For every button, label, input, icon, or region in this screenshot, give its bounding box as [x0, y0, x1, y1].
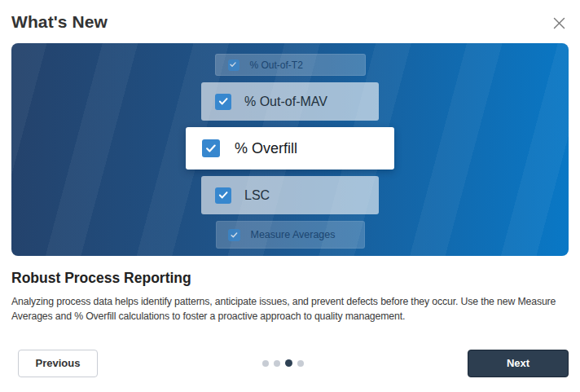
dialog-title: What's New: [11, 12, 108, 32]
pagination-dot[interactable]: [285, 359, 292, 367]
whats-new-dialog: What's New % Out-of-T2% Out-of-MAV% Over…: [0, 0, 580, 392]
pagination-dot[interactable]: [274, 360, 280, 367]
checklist-item-label: Measure Averages: [251, 229, 336, 240]
checklist-item-overfill: % Overfill: [186, 127, 394, 170]
pagination-dot[interactable]: [297, 360, 304, 367]
previous-button[interactable]: Previous: [18, 350, 98, 377]
feature-heading: Robust Process Reporting: [11, 270, 569, 287]
hero-illustration: % Out-of-T2% Out-of-MAV% OverfillLSCMeas…: [11, 43, 569, 256]
checklist-item-label: LSC: [244, 188, 270, 203]
checklist-item-measure-averages: Measure Averages: [216, 221, 365, 249]
checkbox-checked-icon: [228, 59, 239, 71]
checkbox-checked-icon: [215, 94, 231, 110]
checklist-item-label: % Out-of-MAV: [244, 95, 327, 109]
checklist-item-out-of-t2: % Out-of-T2: [215, 54, 366, 76]
pagination-dot[interactable]: [262, 360, 269, 367]
checklist-item-out-of-mav: % Out-of-MAV: [201, 82, 379, 121]
checklist-item-label: % Overfill: [235, 140, 297, 157]
checkbox-checked-icon: [202, 139, 220, 157]
dialog-footer: Previous Next: [11, 350, 569, 377]
checkbox-checked-icon: [215, 187, 231, 204]
checklist-item-label: % Out-of-T2: [250, 59, 303, 71]
feature-description: Analyzing process data helps identify pa…: [11, 294, 569, 324]
checkbox-checked-icon: [228, 229, 240, 241]
next-button[interactable]: Next: [468, 350, 569, 377]
pagination-dots: [262, 359, 304, 367]
close-icon: [553, 17, 565, 29]
close-button[interactable]: [550, 14, 569, 33]
dialog-header: What's New: [11, 12, 569, 33]
hero-checklist: % Out-of-T2% Out-of-MAV% OverfillLSCMeas…: [186, 54, 394, 249]
checklist-item-lsc: LSC: [201, 176, 379, 214]
